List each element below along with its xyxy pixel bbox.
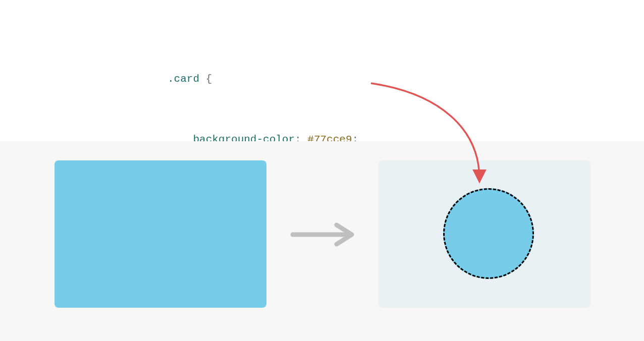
open-brace: { [199, 73, 212, 85]
card-before [55, 160, 266, 308]
selector-text: .card [168, 73, 199, 85]
code-line-1: .card { [168, 69, 426, 89]
arrow-right-icon [290, 222, 358, 247]
clipped-circle [443, 188, 534, 279]
